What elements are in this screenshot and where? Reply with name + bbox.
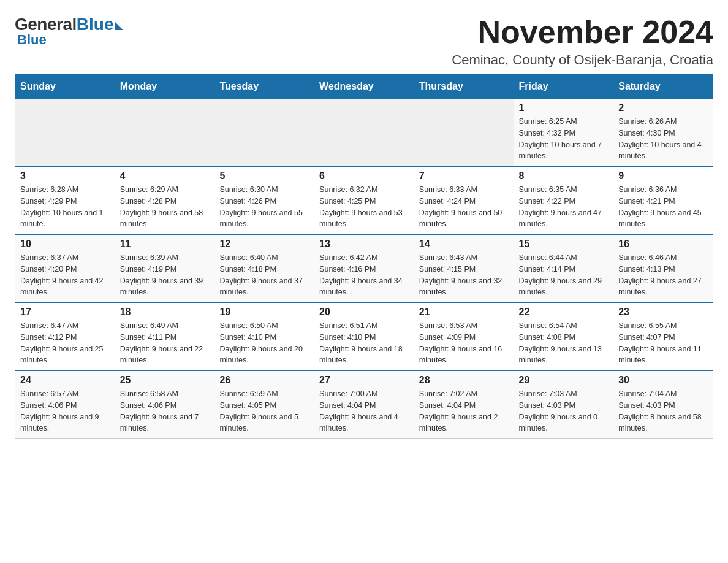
calendar-cell: 30Sunrise: 7:04 AMSunset: 4:03 PMDayligh… [613, 370, 713, 439]
column-header-sunday: Sunday [15, 75, 115, 99]
day-info: Sunrise: 6:53 AMSunset: 4:09 PMDaylight:… [419, 320, 509, 366]
calendar-cell: 1Sunrise: 6:25 AMSunset: 4:32 PMDaylight… [514, 99, 613, 167]
day-info: Sunrise: 6:37 AMSunset: 4:20 PMDaylight:… [20, 252, 110, 298]
day-number: 30 [618, 375, 708, 386]
day-info: Sunrise: 6:54 AMSunset: 4:08 PMDaylight:… [519, 320, 609, 366]
day-number: 21 [419, 307, 509, 318]
day-number: 9 [618, 170, 708, 182]
day-number: 23 [618, 307, 708, 318]
day-number: 11 [120, 239, 210, 250]
calendar-cell [15, 99, 115, 167]
day-info: Sunrise: 6:33 AMSunset: 4:24 PMDaylight:… [419, 184, 509, 230]
day-info: Sunrise: 6:50 AMSunset: 4:10 PMDaylight:… [219, 320, 309, 366]
day-number: 2 [618, 102, 708, 113]
calendar-cell: 26Sunrise: 6:59 AMSunset: 4:05 PMDayligh… [214, 370, 314, 439]
day-info: Sunrise: 6:51 AMSunset: 4:10 PMDaylight:… [319, 320, 409, 366]
day-number: 6 [319, 170, 409, 182]
day-number: 19 [219, 307, 309, 318]
week-row-5: 24Sunrise: 6:57 AMSunset: 4:06 PMDayligh… [15, 370, 713, 439]
day-info: Sunrise: 6:29 AMSunset: 4:28 PMDaylight:… [120, 184, 210, 230]
calendar-cell: 28Sunrise: 7:02 AMSunset: 4:04 PMDayligh… [414, 370, 514, 439]
day-number: 26 [219, 375, 309, 386]
calendar-cell: 6Sunrise: 6:32 AMSunset: 4:25 PMDaylight… [314, 166, 414, 234]
calendar-cell: 12Sunrise: 6:40 AMSunset: 4:18 PMDayligh… [214, 234, 314, 302]
day-number: 28 [419, 375, 509, 386]
day-number: 18 [120, 307, 210, 318]
day-info: Sunrise: 6:39 AMSunset: 4:19 PMDaylight:… [120, 252, 210, 298]
day-number: 7 [419, 170, 509, 182]
day-number: 10 [20, 239, 110, 250]
calendar-cell: 3Sunrise: 6:28 AMSunset: 4:29 PMDaylight… [15, 166, 115, 234]
column-header-tuesday: Tuesday [214, 75, 314, 99]
day-info: Sunrise: 7:02 AMSunset: 4:04 PMDaylight:… [419, 388, 509, 434]
day-info: Sunrise: 7:04 AMSunset: 4:03 PMDaylight:… [618, 388, 708, 434]
calendar-cell: 4Sunrise: 6:29 AMSunset: 4:28 PMDaylight… [115, 166, 214, 234]
logo-blue-text: Blue [77, 15, 114, 34]
day-number: 1 [519, 102, 609, 113]
calendar-cell: 7Sunrise: 6:33 AMSunset: 4:24 PMDaylight… [414, 166, 514, 234]
column-header-monday: Monday [115, 75, 214, 99]
day-info: Sunrise: 6:40 AMSunset: 4:18 PMDaylight:… [219, 252, 309, 298]
day-info: Sunrise: 6:59 AMSunset: 4:05 PMDaylight:… [219, 388, 309, 434]
day-number: 25 [120, 375, 210, 386]
day-number: 27 [319, 375, 409, 386]
day-number: 20 [319, 307, 409, 318]
column-header-friday: Friday [514, 75, 613, 99]
day-info: Sunrise: 6:26 AMSunset: 4:30 PMDaylight:… [618, 116, 708, 162]
calendar-cell: 11Sunrise: 6:39 AMSunset: 4:19 PMDayligh… [115, 234, 214, 302]
header-row: SundayMondayTuesdayWednesdayThursdayFrid… [15, 75, 713, 99]
day-info: Sunrise: 6:30 AMSunset: 4:26 PMDaylight:… [219, 184, 309, 230]
calendar-cell: 24Sunrise: 6:57 AMSunset: 4:06 PMDayligh… [15, 370, 115, 439]
calendar-cell: 5Sunrise: 6:30 AMSunset: 4:26 PMDaylight… [214, 166, 314, 234]
week-row-2: 3Sunrise: 6:28 AMSunset: 4:29 PMDaylight… [15, 166, 713, 234]
day-info: Sunrise: 6:32 AMSunset: 4:25 PMDaylight:… [319, 184, 409, 230]
logo-triangle-icon [115, 21, 123, 30]
calendar-cell: 20Sunrise: 6:51 AMSunset: 4:10 PMDayligh… [314, 302, 414, 370]
page-header: General Blue Blue November 2024 Ceminac,… [15, 15, 713, 68]
day-info: Sunrise: 6:58 AMSunset: 4:06 PMDaylight:… [120, 388, 210, 434]
calendar-cell: 10Sunrise: 6:37 AMSunset: 4:20 PMDayligh… [15, 234, 115, 302]
day-number: 16 [618, 239, 708, 250]
calendar-cell [414, 99, 514, 167]
day-number: 5 [219, 170, 309, 182]
day-number: 13 [319, 239, 409, 250]
column-header-saturday: Saturday [613, 75, 713, 99]
location-title: Ceminac, County of Osijek-Baranja, Croat… [452, 52, 713, 68]
calendar-cell: 22Sunrise: 6:54 AMSunset: 4:08 PMDayligh… [514, 302, 613, 370]
day-number: 24 [20, 375, 110, 386]
column-header-wednesday: Wednesday [314, 75, 414, 99]
logo: General Blue Blue [15, 15, 123, 48]
day-number: 12 [219, 239, 309, 250]
day-info: Sunrise: 6:36 AMSunset: 4:21 PMDaylight:… [618, 184, 708, 230]
month-title: November 2024 [452, 15, 713, 50]
day-info: Sunrise: 6:25 AMSunset: 4:32 PMDaylight:… [519, 116, 609, 162]
day-info: Sunrise: 6:47 AMSunset: 4:12 PMDaylight:… [20, 320, 110, 366]
calendar-cell: 25Sunrise: 6:58 AMSunset: 4:06 PMDayligh… [115, 370, 214, 439]
day-number: 3 [20, 170, 110, 182]
calendar-cell: 29Sunrise: 7:03 AMSunset: 4:03 PMDayligh… [514, 370, 613, 439]
day-number: 4 [120, 170, 210, 182]
calendar-cell: 17Sunrise: 6:47 AMSunset: 4:12 PMDayligh… [15, 302, 115, 370]
calendar-table: SundayMondayTuesdayWednesdayThursdayFrid… [15, 74, 713, 439]
day-number: 15 [519, 239, 609, 250]
day-info: Sunrise: 6:43 AMSunset: 4:15 PMDaylight:… [419, 252, 509, 298]
week-row-4: 17Sunrise: 6:47 AMSunset: 4:12 PMDayligh… [15, 302, 713, 370]
calendar-cell: 16Sunrise: 6:46 AMSunset: 4:13 PMDayligh… [613, 234, 713, 302]
day-info: Sunrise: 7:03 AMSunset: 4:03 PMDaylight:… [519, 388, 609, 434]
title-area: November 2024 Ceminac, County of Osijek-… [452, 15, 713, 68]
calendar-cell [214, 99, 314, 167]
day-info: Sunrise: 6:35 AMSunset: 4:22 PMDaylight:… [519, 184, 609, 230]
calendar-cell: 21Sunrise: 6:53 AMSunset: 4:09 PMDayligh… [414, 302, 514, 370]
day-info: Sunrise: 6:28 AMSunset: 4:29 PMDaylight:… [20, 184, 110, 230]
day-number: 22 [519, 307, 609, 318]
calendar-cell: 15Sunrise: 6:44 AMSunset: 4:14 PMDayligh… [514, 234, 613, 302]
day-number: 14 [419, 239, 509, 250]
calendar-cell: 23Sunrise: 6:55 AMSunset: 4:07 PMDayligh… [613, 302, 713, 370]
day-info: Sunrise: 6:57 AMSunset: 4:06 PMDaylight:… [20, 388, 110, 434]
calendar-cell: 14Sunrise: 6:43 AMSunset: 4:15 PMDayligh… [414, 234, 514, 302]
logo-sub-text: Blue [17, 32, 47, 48]
day-info: Sunrise: 7:00 AMSunset: 4:04 PMDaylight:… [319, 388, 409, 434]
calendar-cell [314, 99, 414, 167]
calendar-cell: 19Sunrise: 6:50 AMSunset: 4:10 PMDayligh… [214, 302, 314, 370]
calendar-cell: 13Sunrise: 6:42 AMSunset: 4:16 PMDayligh… [314, 234, 414, 302]
